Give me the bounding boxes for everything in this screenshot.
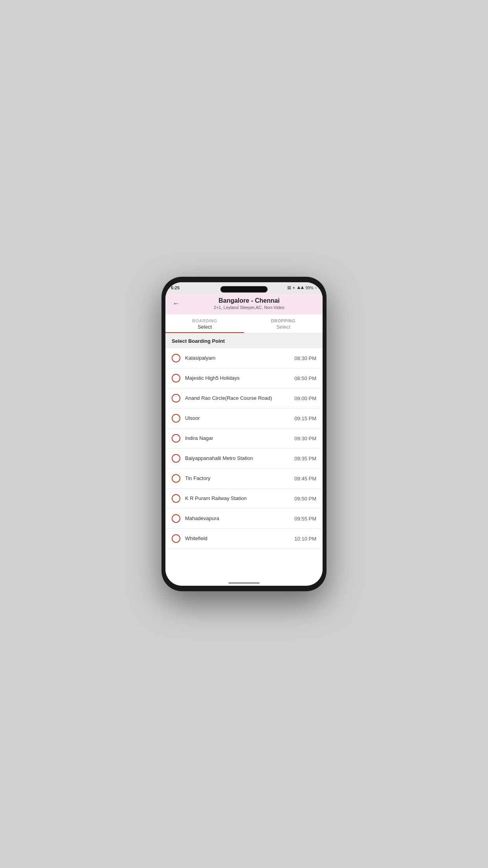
station-name: Indira Nagar <box>185 435 291 442</box>
boarding-point-item[interactable]: Whitefield 10:10 PM <box>165 529 323 549</box>
status-icons: 🖼 ∗ ⯅⯅ 99% ○ <box>287 286 317 290</box>
route-title: Bangalore - Chennai <box>181 297 317 304</box>
phone-screen: 6:25 🖼 ∗ ⯅⯅ 99% ○ ← Bangalore - Chennai … <box>165 282 323 586</box>
boarding-point-item[interactable]: Ulsoor 09:15 PM <box>165 408 323 428</box>
station-time: 09:00 PM <box>294 395 316 401</box>
station-name: Mahadevapura <box>185 515 291 522</box>
phone-shell: 6:25 🖼 ∗ ⯅⯅ 99% ○ ← Bangalore - Chennai … <box>161 277 327 591</box>
station-time: 09:55 PM <box>294 516 316 522</box>
section-title: Select Boarding Point <box>172 338 225 344</box>
tab-boarding[interactable]: BOARDING Select <box>165 314 244 333</box>
section-header: Select Boarding Point <box>165 333 323 348</box>
station-time: 09:35 PM <box>294 456 316 462</box>
signal-icon: ⯅⯅ <box>297 286 304 290</box>
station-name: Ulsoor <box>185 415 291 422</box>
station-time: 09:15 PM <box>294 416 316 421</box>
bus-details: 2+1, Leyland Sleeper,AC, Non-Video <box>181 305 317 310</box>
station-time: 09:50 PM <box>294 496 316 502</box>
station-time: 09:30 PM <box>294 436 316 441</box>
radio-button-2[interactable] <box>172 394 180 403</box>
station-time: 08:50 PM <box>294 375 316 381</box>
boarding-point-item[interactable]: Anand Rao Circle(Race Course Road) 09:00… <box>165 388 323 408</box>
boarding-point-item[interactable]: K R Puram Railway Station 09:50 PM <box>165 489 323 509</box>
boarding-point-item[interactable]: Baiyappanahalli Metro Station 09:35 PM <box>165 449 323 469</box>
station-time: 10:10 PM <box>294 536 316 542</box>
boarding-point-item[interactable]: Majestic High5 Holidays 08:50 PM <box>165 368 323 388</box>
station-name: Baiyappanahalli Metro Station <box>185 455 291 462</box>
boarding-point-item[interactable]: Kalasipalyam 08:30 PM <box>165 348 323 368</box>
radio-button-6[interactable] <box>172 474 180 483</box>
image-icon: 🖼 <box>287 286 291 290</box>
radio-button-8[interactable] <box>172 514 180 523</box>
boarding-point-item[interactable]: Mahadevapura 09:55 PM <box>165 509 323 529</box>
station-name: Kalasipalyam <box>185 355 291 362</box>
header: ← Bangalore - Chennai 2+1, Leyland Sleep… <box>165 293 323 314</box>
radio-button-0[interactable] <box>172 354 180 362</box>
radio-button-4[interactable] <box>172 434 180 443</box>
station-name: Whitefield <box>185 535 291 542</box>
battery-outline-icon: ○ <box>315 286 317 290</box>
radio-button-1[interactable] <box>172 374 180 383</box>
battery-indicator: 99% <box>306 286 314 290</box>
boarding-tab-value: Select <box>165 324 244 330</box>
bluetooth-icon: ∗ <box>292 286 295 290</box>
station-name: Anand Rao Circle(Race Course Road) <box>185 395 291 402</box>
status-time: 6:25 <box>171 285 180 290</box>
dropping-tab-label: DROPPING <box>244 318 323 323</box>
station-name: Majestic High5 Holidays <box>185 375 291 382</box>
radio-button-3[interactable] <box>172 414 180 423</box>
status-bar: 6:25 🖼 ∗ ⯅⯅ 99% ○ <box>165 282 323 293</box>
boarding-points-list[interactable]: Kalasipalyam 08:30 PM Majestic High5 Hol… <box>165 348 323 580</box>
radio-button-5[interactable] <box>172 454 180 463</box>
tabs-bar: BOARDING Select DROPPING Select <box>165 314 323 333</box>
home-indicator <box>165 580 323 586</box>
radio-button-9[interactable] <box>172 534 180 543</box>
boarding-point-item[interactable]: Indira Nagar 09:30 PM <box>165 428 323 449</box>
home-bar <box>228 582 260 584</box>
station-name: Tin Factory <box>185 475 291 482</box>
boarding-tab-label: BOARDING <box>165 318 244 323</box>
header-title-block: Bangalore - Chennai 2+1, Leyland Sleeper… <box>181 297 317 310</box>
tab-dropping[interactable]: DROPPING Select <box>244 314 323 333</box>
back-button[interactable]: ← <box>171 298 181 309</box>
dropping-tab-value: Select <box>244 324 323 330</box>
station-time: 08:30 PM <box>294 355 316 361</box>
boarding-point-item[interactable]: Tin Factory 09:45 PM <box>165 469 323 489</box>
station-time: 09:45 PM <box>294 476 316 482</box>
radio-button-7[interactable] <box>172 494 180 503</box>
station-name: K R Puram Railway Station <box>185 495 291 502</box>
